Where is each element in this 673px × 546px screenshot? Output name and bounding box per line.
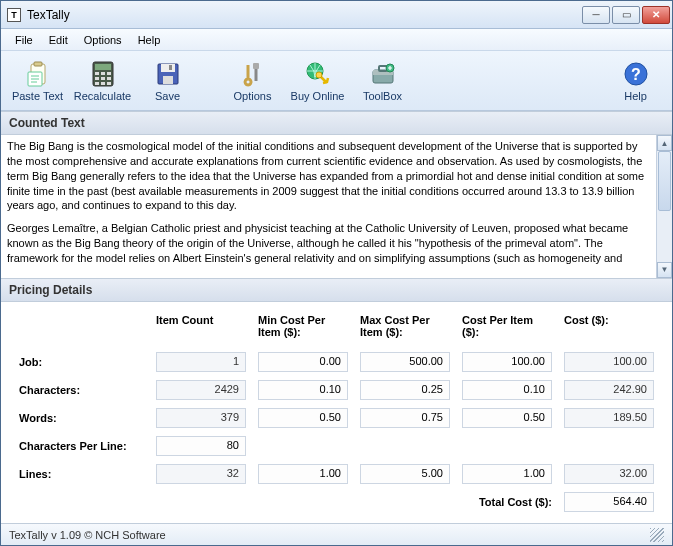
row-chars-per-line: Characters Per Line: 80 <box>13 432 660 460</box>
job-cost: 100.00 <box>564 352 654 372</box>
col-cost: Cost ($): <box>558 310 660 348</box>
cpl-input[interactable]: 80 <box>156 436 246 456</box>
menu-edit[interactable]: Edit <box>41 32 76 48</box>
words-max-input[interactable]: 0.75 <box>360 408 450 428</box>
svg-text:?: ? <box>631 66 641 83</box>
help-label: Help <box>624 90 647 102</box>
options-button[interactable]: Options <box>220 53 285 109</box>
row-lines: Lines: 32 1.00 5.00 1.00 32.00 <box>13 460 660 488</box>
row-label: Characters Per Line: <box>13 432 150 460</box>
svg-rect-8 <box>95 77 99 80</box>
lines-per-input[interactable]: 1.00 <box>462 464 552 484</box>
total-cost-label: Total Cost ($): <box>456 488 558 516</box>
help-button[interactable]: ? Help <box>603 53 668 109</box>
app-icon: T <box>7 8 21 22</box>
svg-rect-10 <box>107 77 111 80</box>
toolbox-label: ToolBox <box>363 90 402 102</box>
svg-rect-13 <box>107 82 111 85</box>
svg-rect-15 <box>161 64 175 72</box>
chars-cost: 242.90 <box>564 380 654 400</box>
close-button[interactable]: ✕ <box>642 6 670 24</box>
tools-icon <box>239 60 267 88</box>
row-label: Lines: <box>13 460 150 488</box>
col-cost-per: Cost Per Item ($): <box>456 310 558 348</box>
col-min-cost: Min Cost Per Item ($): <box>252 310 354 348</box>
chars-count: 2429 <box>156 380 246 400</box>
words-min-input[interactable]: 0.50 <box>258 408 348 428</box>
recalc-label: Recalculate <box>74 90 131 102</box>
chars-max-input[interactable]: 0.25 <box>360 380 450 400</box>
words-per-input[interactable]: 0.50 <box>462 408 552 428</box>
row-label: Characters: <box>13 376 150 404</box>
text-paragraph: Georges Lemaître, a Belgian Catholic pri… <box>7 221 650 266</box>
row-total: Total Cost ($): 564.40 <box>13 488 660 516</box>
svg-rect-6 <box>101 72 105 75</box>
text-scrollbar[interactable]: ▲ ▼ <box>656 135 672 278</box>
svg-rect-1 <box>34 62 42 66</box>
words-count: 379 <box>156 408 246 428</box>
toolbar: Paste Text Recalculate Save Options Buy … <box>1 51 672 111</box>
row-label: Words: <box>13 404 150 432</box>
calculator-icon <box>89 60 117 88</box>
paste-text-button[interactable]: Paste Text <box>5 53 70 109</box>
lines-min-input[interactable]: 1.00 <box>258 464 348 484</box>
lines-cost: 32.00 <box>564 464 654 484</box>
paste-label: Paste Text <box>12 90 63 102</box>
floppy-icon <box>154 60 182 88</box>
toolbox-button[interactable]: ToolBox <box>350 53 415 109</box>
lines-count: 32 <box>156 464 246 484</box>
chars-per-input[interactable]: 0.10 <box>462 380 552 400</box>
menu-options[interactable]: Options <box>76 32 130 48</box>
scroll-up-button[interactable]: ▲ <box>657 135 672 151</box>
svg-rect-9 <box>101 77 105 80</box>
status-bar: TexTally v 1.09 © NCH Software <box>1 523 672 545</box>
words-cost: 189.50 <box>564 408 654 428</box>
total-cost-value[interactable]: 564.40 <box>564 492 654 512</box>
pricing-details-header: Pricing Details <box>1 278 672 302</box>
svg-point-20 <box>316 72 322 78</box>
save-button[interactable]: Save <box>135 53 200 109</box>
pricing-panel: Item Count Min Cost Per Item ($): Max Co… <box>1 302 672 523</box>
menu-bar: File Edit Options Help <box>1 29 672 51</box>
toolbox-icon <box>369 60 397 88</box>
col-item-count: Item Count <box>150 310 252 348</box>
buy-online-button[interactable]: Buy Online <box>285 53 350 109</box>
scroll-thumb[interactable] <box>658 151 671 211</box>
scroll-down-button[interactable]: ▼ <box>657 262 672 278</box>
help-icon: ? <box>622 60 650 88</box>
menu-help[interactable]: Help <box>130 32 169 48</box>
title-bar: T TexTally ─ ▭ ✕ <box>1 1 672 29</box>
job-min-input[interactable]: 0.00 <box>258 352 348 372</box>
clipboard-icon <box>24 60 52 88</box>
maximize-button[interactable]: ▭ <box>612 6 640 24</box>
svg-rect-5 <box>95 72 99 75</box>
text-paragraph: The Big Bang is the cosmological model o… <box>7 139 650 213</box>
resize-grip[interactable] <box>650 528 664 542</box>
chars-min-input[interactable]: 0.10 <box>258 380 348 400</box>
svg-rect-4 <box>95 64 111 70</box>
save-label: Save <box>155 90 180 102</box>
options-label: Options <box>234 90 272 102</box>
job-per-input[interactable]: 100.00 <box>462 352 552 372</box>
lines-max-input[interactable]: 5.00 <box>360 464 450 484</box>
counted-text-area[interactable]: The Big Bang is the cosmological model o… <box>1 135 656 278</box>
status-text: TexTally v 1.09 © NCH Software <box>9 529 166 541</box>
job-count: 1 <box>156 352 246 372</box>
key-globe-icon <box>304 60 332 88</box>
row-characters: Characters: 2429 0.10 0.25 0.10 242.90 <box>13 376 660 404</box>
buy-label: Buy Online <box>291 90 345 102</box>
job-max-input[interactable]: 500.00 <box>360 352 450 372</box>
window-title: TexTally <box>27 8 582 22</box>
app-window: T TexTally ─ ▭ ✕ File Edit Options Help … <box>0 0 673 546</box>
recalculate-button[interactable]: Recalculate <box>70 53 135 109</box>
col-max-cost: Max Cost Per Item ($): <box>354 310 456 348</box>
counted-text-header: Counted Text <box>1 111 672 135</box>
row-job: Job: 1 0.00 500.00 100.00 100.00 <box>13 348 660 376</box>
menu-file[interactable]: File <box>7 32 41 48</box>
svg-rect-11 <box>95 82 99 85</box>
svg-rect-17 <box>169 65 172 70</box>
minimize-button[interactable]: ─ <box>582 6 610 24</box>
svg-rect-12 <box>101 82 105 85</box>
svg-rect-18 <box>253 63 259 69</box>
row-words: Words: 379 0.50 0.75 0.50 189.50 <box>13 404 660 432</box>
